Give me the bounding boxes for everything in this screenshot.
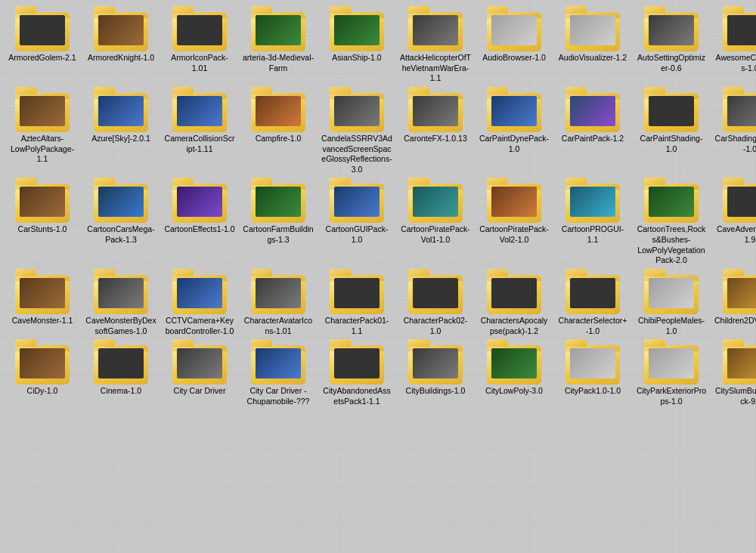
folder-thumbnail xyxy=(20,15,65,45)
folder-item[interactable]: ArmoredKnight-1.0 xyxy=(85,6,157,84)
folder-item[interactable]: CityBuildings-1.0 xyxy=(399,339,472,406)
folder-icon xyxy=(723,178,756,223)
folder-item[interactable]: AutoSettingOptimizer-0.6 xyxy=(635,6,708,84)
folder-item[interactable]: CityLowPoly-3.0 xyxy=(478,339,550,406)
folder-label: CaveAdventureKit-1.9 xyxy=(714,224,756,245)
folder-thumbnail xyxy=(649,348,694,378)
folder-item[interactable]: Children2DVol.1-1.0 xyxy=(714,269,756,336)
folder-label: CartoonTrees,Rocks&Bushes-LowPolyVegetat… xyxy=(636,224,707,266)
folder-icon xyxy=(330,178,384,223)
folder-thumbnail xyxy=(570,96,615,126)
folder-item[interactable]: CartoonGUIPack-1.0 xyxy=(321,178,393,266)
folder-label: CiDy-1.0 xyxy=(27,386,58,397)
folder-item[interactable]: CiDy-1.0 xyxy=(6,339,79,406)
folder-item[interactable]: CartoonFarmBuildings-1.3 xyxy=(242,178,314,266)
folder-thumbnail xyxy=(413,348,458,378)
folder-item[interactable]: Cinema-1.0 xyxy=(85,339,157,406)
folder-item[interactable]: CitySlumBuildingPack-92 xyxy=(714,339,756,406)
folder-item[interactable]: CartoonPiratePack-Vol2-1.0 xyxy=(478,178,550,266)
folder-thumbnail xyxy=(413,96,458,126)
folder-icon xyxy=(565,269,620,314)
folder-item[interactable]: CharacterSelector+-1.0 xyxy=(556,269,629,336)
folder-item[interactable]: ArmoredGolem-2.1 xyxy=(6,6,79,84)
folder-icon xyxy=(15,269,70,314)
folder-label: CharactersApocalypse(pack)-1.2 xyxy=(479,316,550,336)
folder-item[interactable]: CCTVCamera+KeyboardController-1.0 xyxy=(163,269,236,336)
folder-label: Azure[Sky]-2.0.1 xyxy=(91,134,150,144)
folder-item[interactable]: ChibiPeopleMales-1.0 xyxy=(635,269,708,336)
folder-item[interactable]: CityPack1.0-1.0 xyxy=(556,339,629,406)
folder-icon xyxy=(172,6,227,51)
folder-item[interactable]: AwesomeCrosshairs-1.0 xyxy=(714,6,756,84)
folder-item[interactable]: CartoonPROGUI-1.1 xyxy=(556,178,629,266)
folder-thumbnail xyxy=(177,15,222,45)
folder-item[interactable]: CarStunts-1.0 xyxy=(6,178,79,266)
folder-item[interactable]: CartoonTrees,Rocks&Bushes-LowPolyVegetat… xyxy=(635,178,708,266)
folder-item[interactable]: CarPaintShading-1.0 xyxy=(635,87,708,175)
folder-label: CCTVCamera+KeyboardController-1.0 xyxy=(164,316,235,336)
folder-thumbnail xyxy=(727,187,756,217)
folder-thumbnail xyxy=(727,96,756,126)
folder-icon xyxy=(408,178,463,223)
folder-label: CartoonGUIPack-1.0 xyxy=(321,224,392,245)
folder-item[interactable]: CityParkExteriorProps-1.0 xyxy=(635,339,708,406)
folder-label: CaronteFX-1.0.13 xyxy=(404,134,466,144)
folder-label: CharacterPack01-1.1 xyxy=(321,316,392,336)
folder-label: CityPack1.0-1.0 xyxy=(565,386,621,397)
folder-icon xyxy=(94,339,148,385)
folder-icon xyxy=(723,6,756,51)
folder-icon xyxy=(487,87,541,132)
folder-item[interactable]: Azure[Sky]-2.0.1 xyxy=(85,87,157,175)
folder-item[interactable]: CaveMonsterByDexsoftGames-1.0 xyxy=(85,269,157,336)
folder-label: CandelaSSRRV3AdvancedScreenSpaceGlossyRe… xyxy=(321,134,392,175)
folder-thumbnail xyxy=(256,187,301,217)
folder-item[interactable]: CityAbandonedAssetsPack1-1.1 xyxy=(321,339,393,406)
folder-label: ArmoredKnight-1.0 xyxy=(88,53,154,63)
folder-item[interactable]: CharactersApocalypse(pack)-1.2 xyxy=(478,269,550,336)
folder-item[interactable]: CartoonPiratePack-Vol1-1.0 xyxy=(399,178,472,266)
folder-icon xyxy=(330,6,384,51)
folder-label: CityParkExteriorProps-1.0 xyxy=(636,386,707,406)
folder-label: Campfire-1.0 xyxy=(256,134,302,144)
folder-item[interactable]: CharacterAvatarIcons-1.01 xyxy=(242,269,314,336)
folder-label: Cinema-1.0 xyxy=(101,386,141,397)
folder-label: CharacterPack02-1.0 xyxy=(400,316,471,336)
folder-icon xyxy=(172,339,227,385)
folder-label: City Car Driver - Chupamobile-??? xyxy=(243,386,314,406)
folder-label: AudioBrowser-1.0 xyxy=(482,53,545,63)
folder-item[interactable]: ArmorIconPack-1.01 xyxy=(163,6,236,84)
folder-label: AudioVisualizer-1.2 xyxy=(559,53,627,63)
folder-thumbnail xyxy=(570,15,615,45)
folder-item[interactable]: CartoonEffects1-1.0 xyxy=(163,178,236,266)
folder-item[interactable]: CaveAdventureKit-1.9 xyxy=(714,178,756,266)
folder-item[interactable]: CarPaintDynePack-1.0 xyxy=(478,87,550,175)
folder-thumbnail xyxy=(413,15,458,45)
folder-item[interactable]: City Car Driver xyxy=(163,339,236,406)
folder-item[interactable]: CameraCollisionScript-1.11 xyxy=(163,87,236,175)
folder-icon xyxy=(330,87,384,132)
folder-item[interactable]: AsianShip-1.0 xyxy=(321,6,393,84)
folder-item[interactable]: CartoonCarsMega-Pack-1.3 xyxy=(85,178,157,266)
folder-item[interactable]: AudioBrowser-1.0 xyxy=(478,6,550,84)
folder-item[interactable]: CarShadingForPBR-1.0 xyxy=(714,87,756,175)
folder-item[interactable]: City Car Driver - Chupamobile-??? xyxy=(242,339,314,406)
folder-item[interactable]: AztecAltars-LowPolyPackage-1.1 xyxy=(6,87,79,175)
folder-thumbnail xyxy=(177,187,222,217)
folder-label: arteria-3d-Medieval-Farm xyxy=(243,53,314,73)
folder-item[interactable]: AudioVisualizer-1.2 xyxy=(556,6,629,84)
folder-item[interactable]: CarPaintPack-1.2 xyxy=(556,87,629,175)
folder-item[interactable]: Campfire-1.0 xyxy=(242,87,314,175)
folder-item[interactable]: arteria-3d-Medieval-Farm xyxy=(242,6,314,84)
folder-item[interactable]: CandelaSSRRV3AdvancedScreenSpaceGlossyRe… xyxy=(321,87,393,175)
folder-label: CharacterSelector+-1.0 xyxy=(557,316,628,336)
folder-item[interactable]: CharacterPack02-1.0 xyxy=(399,269,472,336)
folder-item[interactable]: AttackHelicopterOfTheVietnamWarEra-1.1 xyxy=(399,6,472,84)
folder-icon xyxy=(644,87,699,132)
folder-icon xyxy=(644,269,699,314)
folder-item[interactable]: CaveMonster-1.1 xyxy=(6,269,79,336)
folder-thumbnail xyxy=(177,348,222,378)
folder-item[interactable]: CaronteFX-1.0.13 xyxy=(399,87,472,175)
folder-item[interactable]: CharacterPack01-1.1 xyxy=(321,269,393,336)
folder-thumbnail xyxy=(491,187,537,217)
folder-icon xyxy=(487,6,541,51)
